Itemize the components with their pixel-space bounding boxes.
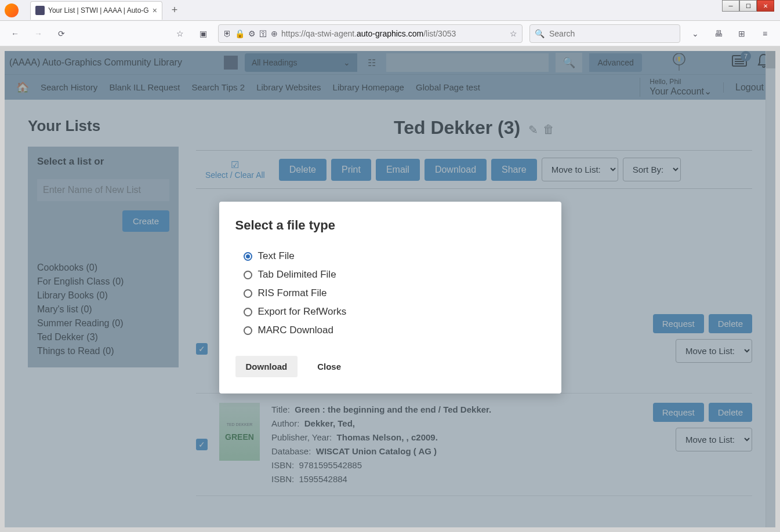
tab-bar: Your List | STWI | AAAA | Auto-G × + [0, 0, 780, 21]
radio-tab-delimited[interactable]: Tab Delimited File [244, 265, 545, 284]
browser-tab[interactable]: Your List | STWI | AAAA | Auto-G × [30, 1, 162, 20]
new-tab-button[interactable]: + [167, 2, 183, 19]
shield-icon[interactable]: ⛨ [223, 29, 231, 38]
browser-window: ─ ☐ ✕ Your List | STWI | AAAA | Auto-G ×… [0, 0, 780, 532]
favicon-icon [35, 6, 45, 15]
bookmark-star-icon[interactable]: ☆ [172, 25, 188, 42]
file-type-modal: Select a file type Text File Tab Delimit… [219, 202, 561, 393]
back-button[interactable]: ← [7, 25, 23, 42]
lock-icon[interactable]: 🔒 [235, 29, 245, 38]
bookmark-page-icon[interactable]: ☆ [510, 29, 517, 38]
url-text: https://qa-stwi-agent.auto-graphics.com/… [281, 29, 506, 38]
radio-group: Text File Tab Delimited File RIS Format … [235, 247, 545, 340]
pocket-icon[interactable]: ⌄ [687, 25, 703, 42]
close-window-button[interactable]: ✕ [757, 0, 774, 12]
reload-button[interactable]: ⟳ [53, 25, 70, 42]
modal-overlay[interactable]: Select a file type Text File Tab Delimit… [5, 51, 775, 527]
firefox-icon [5, 3, 19, 17]
radio-ris-format[interactable]: RIS Format File [244, 284, 545, 303]
reader-icon[interactable]: ⊕ [271, 29, 278, 38]
forward-button[interactable]: → [30, 25, 46, 42]
key-icon[interactable]: ⚿ [259, 29, 267, 38]
radio-icon [244, 271, 252, 279]
menu-icon[interactable]: ≡ [757, 25, 773, 42]
radio-icon [244, 308, 252, 316]
radio-text-file[interactable]: Text File [244, 247, 545, 265]
radio-refworks[interactable]: Export for RefWorks [244, 303, 545, 321]
extension-puzzle-icon[interactable]: ⊞ [734, 25, 750, 42]
window-controls: ─ ☐ ✕ [722, 0, 774, 12]
radio-marc[interactable]: MARC Download [244, 321, 545, 340]
page-content: (AAAA) Auto-Graphics Community Library A… [5, 51, 775, 527]
permissions-icon[interactable]: ⚙ [248, 29, 256, 38]
tab-title: Your List | STWI | AAAA | Auto-G [48, 6, 149, 14]
close-tab-icon[interactable]: × [153, 6, 157, 15]
print-icon[interactable]: 🖶 [710, 25, 727, 42]
radio-icon [244, 252, 252, 261]
minimize-button[interactable]: ─ [722, 0, 739, 12]
maximize-button[interactable]: ☐ [739, 0, 757, 12]
browser-search-box[interactable]: 🔍 Search [529, 24, 680, 43]
url-bar[interactable]: ⛨ 🔒 ⚙ ⚿ ⊕ https://qa-stwi-agent.auto-gra… [218, 24, 523, 43]
browser-nav-bar: ← → ⟳ ☆ ▣ ⛨ 🔒 ⚙ ⚿ ⊕ https://qa-stwi-agen… [0, 21, 780, 46]
extensions-icon[interactable]: ▣ [195, 25, 211, 42]
modal-title: Select a file type [235, 218, 545, 233]
radio-icon [244, 289, 252, 298]
radio-icon [244, 326, 252, 335]
modal-close-button[interactable]: Close [307, 356, 351, 377]
modal-actions: Download Close [235, 356, 545, 377]
search-icon: 🔍 [535, 29, 545, 38]
modal-download-button[interactable]: Download [235, 356, 298, 377]
